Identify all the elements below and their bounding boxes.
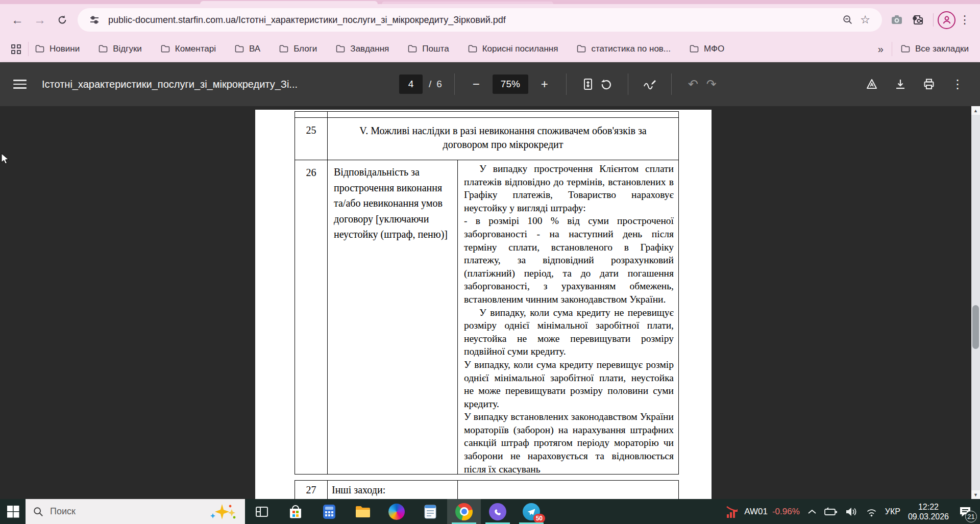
file-explorer-icon bbox=[355, 505, 371, 519]
bookmark-folder[interactable]: ВА bbox=[234, 44, 260, 54]
undo-button[interactable]: ↶ bbox=[684, 74, 702, 94]
bookmark-label: Новини bbox=[50, 44, 80, 54]
redo-button[interactable]: ↷ bbox=[702, 74, 721, 94]
bookmarks-bar: Новини Відгуки Коментарі ВА Блоги Завдан… bbox=[0, 36, 980, 62]
microsoft-store-button[interactable] bbox=[279, 499, 312, 524]
content-paragraph: У випадку, коли сума кредиту не перевищу… bbox=[464, 306, 674, 358]
row-number: 25 bbox=[295, 118, 328, 160]
bookmark-label: Коментарі bbox=[175, 44, 216, 54]
microsoft-store-icon bbox=[288, 504, 303, 519]
calculator-icon bbox=[322, 504, 337, 519]
bookmark-label: ВА bbox=[249, 44, 260, 54]
screenshot-extension-icon[interactable] bbox=[886, 9, 908, 31]
rotate-button[interactable] bbox=[597, 74, 616, 94]
language-indicator[interactable]: УКР bbox=[885, 507, 900, 516]
chrome-taskbar-button[interactable] bbox=[447, 499, 481, 524]
print-button[interactable] bbox=[920, 74, 938, 94]
task-view-button[interactable] bbox=[245, 499, 279, 524]
reload-button[interactable] bbox=[51, 9, 74, 31]
acrobat-convert-icon[interactable] bbox=[863, 74, 881, 94]
copilot-button[interactable] bbox=[380, 499, 413, 524]
action-center-button[interactable]: 21 bbox=[957, 503, 974, 520]
content-paragraph: У випадку прострочення Клієнтом сплати п… bbox=[464, 162, 674, 214]
system-tray: AW01 -0.96% УКР 12:22 09.03.2026 21 bbox=[725, 499, 980, 524]
folder-icon bbox=[234, 44, 244, 54]
bookmark-folder[interactable]: Новини bbox=[35, 44, 80, 54]
network-icon[interactable] bbox=[865, 507, 877, 517]
row-label: Інші заходи: bbox=[328, 481, 458, 499]
address-bar[interactable]: public-document.starfin.com.ua/Істотні_х… bbox=[78, 8, 882, 32]
download-button[interactable] bbox=[891, 74, 910, 94]
taskbar: 50 AW01 -0.96% УКР 12:22 09.03.2026 21 bbox=[0, 499, 980, 524]
calculator-button[interactable] bbox=[312, 499, 346, 524]
apps-grid-icon[interactable] bbox=[11, 44, 21, 54]
pdf-menu-icon[interactable] bbox=[13, 80, 27, 89]
bookmark-folder[interactable]: Пошта bbox=[407, 44, 449, 54]
bookmark-folder[interactable]: Блоги bbox=[279, 44, 317, 54]
speaker-icon[interactable] bbox=[845, 507, 857, 517]
bookmark-folder[interactable]: Завдання bbox=[335, 44, 389, 54]
folder-icon bbox=[576, 44, 586, 54]
bookmark-folder[interactable]: Коментарі bbox=[160, 44, 216, 54]
bookmark-label: МФО bbox=[704, 44, 724, 54]
page-number-input[interactable]: 4 bbox=[399, 74, 423, 94]
pdf-more-options-icon[interactable]: ⋮ bbox=[948, 74, 967, 94]
file-explorer-button[interactable] bbox=[346, 499, 380, 524]
scrollbar[interactable]: ▲ ▼ bbox=[971, 106, 980, 499]
page-total-count: 6 bbox=[436, 79, 442, 90]
table-row-partial bbox=[295, 112, 678, 117]
bookmark-folder[interactable]: Корисні посилання bbox=[468, 44, 558, 54]
scrollbar-thumb[interactable] bbox=[972, 305, 979, 349]
profile-avatar[interactable] bbox=[938, 11, 955, 29]
folder-icon bbox=[407, 44, 418, 54]
document-table-row-27: 27 Інші заходи: bbox=[295, 480, 679, 499]
site-info-icon[interactable] bbox=[86, 11, 103, 29]
reload-icon bbox=[57, 14, 68, 26]
zoom-out-button[interactable]: − bbox=[467, 74, 485, 94]
bookmark-folder[interactable]: статистика по нов... bbox=[576, 44, 671, 54]
clock[interactable]: 12:22 09.03.2026 bbox=[908, 502, 949, 521]
scroll-down-arrow[interactable]: ▼ bbox=[971, 490, 980, 499]
notepad-icon bbox=[424, 504, 437, 519]
table-row-26: 26 Відповідальність за прострочення вико… bbox=[295, 160, 678, 474]
start-button[interactable] bbox=[0, 499, 26, 524]
browser-tab-strip[interactable] bbox=[0, 0, 980, 4]
row-number: 26 bbox=[295, 160, 328, 474]
tray-chevron-up-icon[interactable] bbox=[807, 509, 817, 515]
bookmark-folder[interactable]: МФО bbox=[689, 44, 724, 54]
windows-logo-icon bbox=[7, 505, 19, 518]
row-content: У випадку прострочення Клієнтом сплати п… bbox=[458, 160, 678, 474]
zoom-level[interactable]: 75% bbox=[493, 74, 528, 94]
fit-page-button[interactable] bbox=[579, 74, 597, 94]
ticker-symbol: AW01 bbox=[744, 507, 768, 517]
bookmark-star-icon[interactable]: ☆ bbox=[856, 11, 874, 29]
bookmark-label: Пошта bbox=[422, 44, 449, 54]
telegram-taskbar-button[interactable]: 50 bbox=[514, 499, 548, 524]
taskbar-search-box[interactable] bbox=[26, 499, 245, 524]
table-row-25: 25 V. Можливі наслідки в разі невиконанн… bbox=[295, 117, 678, 160]
back-button[interactable]: ← bbox=[6, 9, 29, 31]
folder-icon bbox=[98, 44, 108, 54]
bookmarks-divider bbox=[892, 42, 892, 56]
date: 09.03.2026 bbox=[908, 512, 949, 521]
all-bookmarks-label: Все закладки bbox=[915, 44, 969, 54]
scroll-up-arrow[interactable]: ▲ bbox=[971, 106, 980, 115]
url-text[interactable]: public-document.starfin.com.ua/Істотні_х… bbox=[108, 15, 834, 26]
zoom-out-page-icon[interactable] bbox=[839, 11, 856, 29]
pdf-toolbar-right: ⋮ bbox=[863, 74, 967, 94]
battery-icon[interactable] bbox=[824, 507, 838, 516]
browser-menu-icon[interactable]: ⋮ bbox=[955, 9, 974, 31]
bookmark-folder[interactable]: Відгуки bbox=[98, 44, 142, 54]
viber-taskbar-button[interactable] bbox=[481, 499, 514, 524]
bookmarks-overflow-chevron[interactable]: » bbox=[873, 43, 889, 55]
all-bookmarks-button[interactable]: Все закладки bbox=[900, 44, 969, 54]
mouse-cursor bbox=[1, 153, 10, 165]
notepad-button[interactable] bbox=[413, 499, 447, 524]
extensions-icon[interactable] bbox=[908, 9, 929, 31]
zoom-in-button[interactable]: + bbox=[535, 74, 554, 94]
forward-button[interactable]: → bbox=[29, 9, 51, 31]
search-input[interactable] bbox=[50, 506, 202, 517]
search-icon bbox=[33, 506, 44, 517]
annotate-ink-button[interactable] bbox=[641, 74, 659, 94]
stock-ticker[interactable]: AW01 -0.96% bbox=[725, 505, 800, 518]
